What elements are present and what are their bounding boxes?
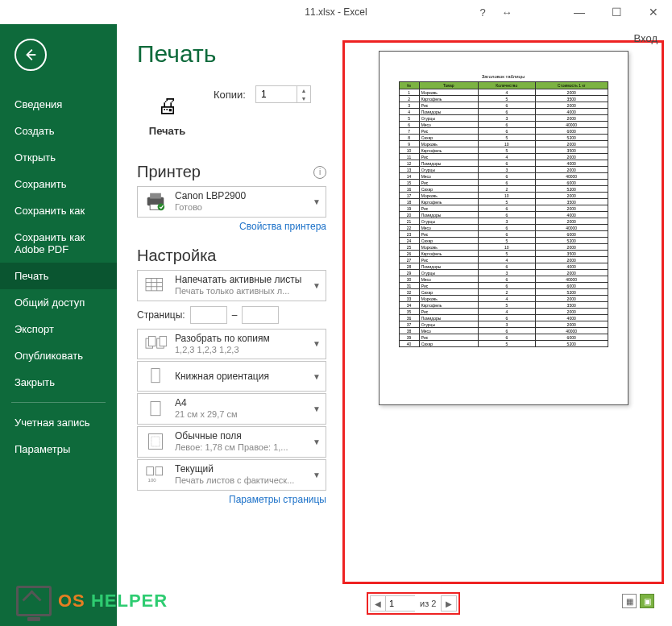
paper-size-dropdown[interactable]: A421 см x 29,7 см ▼ bbox=[137, 393, 326, 425]
table-row: 23Рис66000 bbox=[399, 231, 608, 238]
table-row: 17Морковь102000 bbox=[399, 193, 608, 199]
table-row: 31Рис66000 bbox=[399, 283, 608, 289]
table-row: 25Морковь102000 bbox=[399, 244, 608, 251]
table-row: 10Картофель53500 bbox=[399, 147, 608, 154]
prev-page-button[interactable]: ◀ bbox=[370, 595, 386, 611]
table-row: 24Сахар55200 bbox=[399, 238, 608, 244]
nav-item-9[interactable]: Опубликовать bbox=[0, 342, 117, 369]
back-button[interactable] bbox=[15, 39, 47, 71]
nav-bottom-0[interactable]: Учетная запись bbox=[0, 409, 117, 436]
scaling-icon: 100 bbox=[143, 463, 168, 486]
next-page-button[interactable]: ▶ bbox=[441, 595, 457, 611]
pages-from-input[interactable] bbox=[190, 306, 227, 324]
scaling-dropdown[interactable]: 100 ТекущийПечать листов с фактическ... … bbox=[137, 459, 326, 491]
table-row: 6Мясо640000 bbox=[399, 122, 608, 128]
window-title: 11.xlsx - Excel bbox=[305, 6, 367, 18]
printer-status: Готово bbox=[175, 202, 306, 214]
svg-rect-13 bbox=[147, 467, 154, 475]
nav-item-10[interactable]: Закрыть bbox=[0, 369, 117, 396]
table-row: 28Помидоры64000 bbox=[399, 263, 608, 270]
chevron-down-icon: ▼ bbox=[313, 372, 321, 381]
chevron-down-icon: ▼ bbox=[313, 339, 321, 348]
table-row: 14Мясо640000 bbox=[399, 173, 608, 180]
portrait-icon bbox=[143, 365, 168, 388]
svg-rect-14 bbox=[156, 467, 163, 475]
copies-spinner[interactable]: ▲▼ bbox=[255, 85, 311, 103]
preview-highlight: Заголовок таблицы №ТоварКоличествоСтоимо… bbox=[342, 40, 664, 584]
pages-label: Страницы: bbox=[137, 309, 185, 321]
nav-item-2[interactable]: Открыть bbox=[0, 144, 117, 171]
titlebar: 11.xlsx - Excel ? ↔ — ☐ ✕ bbox=[0, 0, 672, 24]
table-row: 15Рис66000 bbox=[399, 180, 608, 186]
watermark: OS HELPER bbox=[16, 586, 168, 616]
svg-rect-1 bbox=[150, 193, 161, 199]
collate-icon bbox=[143, 333, 168, 355]
nav-item-3[interactable]: Сохранить bbox=[0, 171, 117, 197]
chevron-down-icon: ▼ bbox=[313, 281, 321, 290]
table-row: 37Огурцы32000 bbox=[399, 321, 608, 328]
nav-item-6[interactable]: Печать bbox=[0, 263, 117, 289]
copies-input[interactable] bbox=[256, 86, 297, 102]
table-row: 1Морковь42000 bbox=[399, 89, 608, 96]
printer-icon: 🖨 bbox=[157, 93, 178, 118]
collate-dropdown[interactable]: Разобрать по копиям1,2,3 1,2,3 1,2,3 ▼ bbox=[137, 329, 326, 360]
printer-properties-link[interactable]: Свойства принтера bbox=[137, 221, 326, 232]
table-row: 26Картофель53500 bbox=[399, 251, 608, 257]
table-row: 20Помидоры64000 bbox=[399, 212, 608, 218]
info-icon[interactable]: i bbox=[313, 166, 326, 179]
page-navigator: ◀ из 2 ▶ bbox=[367, 592, 460, 615]
svg-rect-11 bbox=[148, 434, 162, 450]
nav-item-8[interactable]: Экспорт bbox=[0, 316, 117, 342]
table-row: 9Морковь102000 bbox=[399, 141, 608, 147]
nav-item-4[interactable]: Сохранить как bbox=[0, 197, 117, 224]
svg-point-3 bbox=[158, 204, 165, 211]
svg-rect-4 bbox=[146, 279, 163, 291]
table-row: 5Огурцы32000 bbox=[399, 115, 608, 122]
preview-table: №ТоварКоличествоСтоимость 1 кг 1Морковь4… bbox=[399, 81, 608, 347]
orientation-dropdown[interactable]: Книжная ориентация ▼ bbox=[137, 361, 326, 392]
minimize-button[interactable]: — bbox=[561, 0, 598, 24]
printer-dropdown[interactable]: Canon LBP2900 Готово ▼ bbox=[137, 186, 326, 218]
print-settings: Печать 🖨 Печать Копии: ▲▼ Принтер i bbox=[137, 40, 326, 618]
table-row: 38Мясо640000 bbox=[399, 328, 608, 334]
table-row: 12Помидоры64000 bbox=[399, 160, 608, 167]
sheets-icon bbox=[143, 274, 168, 296]
table-row: 16Сахар25200 bbox=[399, 186, 608, 193]
maximize-button[interactable]: ☐ bbox=[598, 0, 635, 24]
chevron-down-icon: ▼ bbox=[313, 471, 321, 479]
page-setup-link[interactable]: Параметры страницы bbox=[137, 494, 326, 505]
copies-label: Копии: bbox=[214, 89, 246, 101]
current-page-input[interactable] bbox=[386, 595, 415, 611]
chevron-down-icon: ▼ bbox=[313, 197, 321, 206]
nav-item-5[interactable]: Сохранить как Adobe PDF bbox=[0, 224, 117, 263]
print-button-label: Печать bbox=[149, 125, 185, 137]
preview-page: Заголовок таблицы №ТоварКоличествоСтоимо… bbox=[379, 51, 628, 405]
zoom-to-page-button[interactable]: ▣ bbox=[640, 594, 654, 608]
help-icon[interactable]: ? bbox=[471, 0, 495, 24]
signin-link[interactable]: Вход bbox=[634, 32, 657, 44]
close-button[interactable]: ✕ bbox=[635, 0, 672, 24]
margins-dropdown[interactable]: Обычные поляЛевое: 1,78 см Правое: 1,...… bbox=[137, 426, 326, 458]
table-row: 18Картофель53500 bbox=[399, 199, 608, 205]
spin-up-icon[interactable]: ▲ bbox=[297, 86, 310, 94]
pages-to-input[interactable] bbox=[242, 306, 279, 324]
nav-item-1[interactable]: Создать bbox=[0, 118, 117, 144]
table-row: 19Рис62000 bbox=[399, 205, 608, 212]
nav-item-7[interactable]: Общий доступ bbox=[0, 289, 117, 316]
touch-mode-icon[interactable]: ↔ bbox=[495, 0, 519, 24]
print-what-dropdown[interactable]: Напечатать активные листыПечать только а… bbox=[137, 270, 326, 301]
print-button[interactable]: 🖨 Печать bbox=[137, 82, 197, 148]
table-row: 34Картофель53500 bbox=[399, 302, 608, 309]
svg-rect-8 bbox=[160, 336, 167, 346]
chevron-down-icon: ▼ bbox=[313, 437, 321, 446]
setup-section-title: Настройка bbox=[137, 247, 216, 265]
show-margins-button[interactable]: ▦ bbox=[622, 594, 637, 608]
margins-icon bbox=[143, 430, 168, 453]
nav-bottom-1[interactable]: Параметры bbox=[0, 436, 117, 462]
nav-item-0[interactable]: Сведения bbox=[0, 91, 117, 118]
table-row: 7Рис66000 bbox=[399, 128, 608, 135]
spin-down-icon[interactable]: ▼ bbox=[297, 94, 310, 102]
table-row: 13Огурцы32000 bbox=[399, 167, 608, 173]
svg-rect-10 bbox=[151, 401, 160, 415]
backstage-sidebar: СведенияСоздатьОткрытьСохранитьСохранить… bbox=[0, 24, 117, 626]
